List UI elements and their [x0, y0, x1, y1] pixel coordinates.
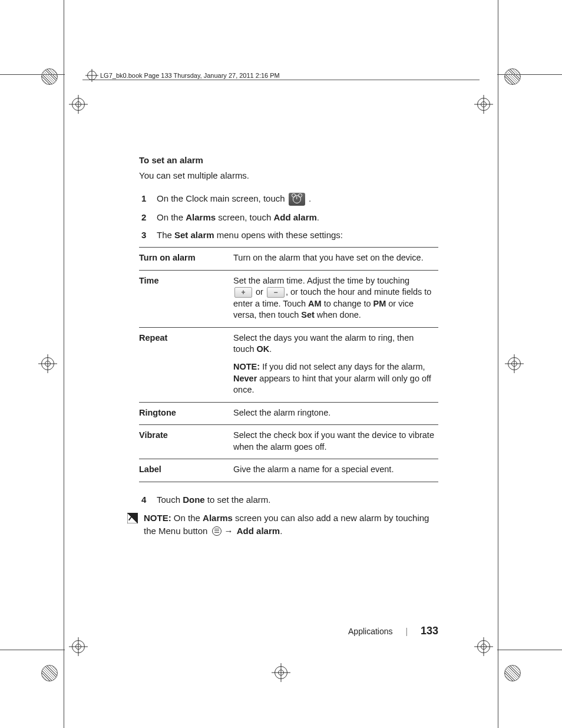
note-text: NOTE: On the Alarms screen you can also … [144, 512, 438, 538]
step-4-done: Done [183, 495, 205, 505]
step-1-text-a: On the Clock main screen, touch [157, 193, 287, 203]
steps-list: On the Clock main screen, touch . On the… [139, 193, 438, 242]
plus-icon: + [234, 287, 252, 298]
arrow-icon: → [224, 526, 236, 536]
row-label: Label [139, 459, 233, 482]
step-2: On the Alarms screen, touch Add alarm. [139, 212, 438, 223]
settings-table: Turn on alarm Turn on the alarm that you… [139, 247, 438, 482]
registration-mark-icon [87, 71, 97, 80]
time-or: or [253, 287, 266, 297]
step-2-c: screen, touch [216, 212, 273, 222]
step-4-c: to set the alarm. [205, 495, 271, 505]
row-label: Time [139, 270, 233, 327]
footer-section: Applications [348, 627, 393, 636]
step-3: The Set alarm menu opens with these sett… [139, 229, 438, 241]
note-lead: NOTE: [144, 513, 171, 523]
table-row: Vibrate Select the check box if you want… [139, 425, 438, 459]
step-2-e: . [317, 212, 319, 222]
step-1: On the Clock main screen, touch . [139, 193, 438, 206]
time-h: when done. [315, 310, 361, 319]
row-body: Select the days you want the alarm to ri… [233, 327, 438, 402]
section-heading: To set an alarm [139, 154, 438, 166]
step-3-c: menu opens with these settings: [214, 230, 343, 240]
step-3-b: Set alarm [174, 230, 214, 240]
time-set: Set [301, 310, 315, 319]
alarm-clock-icon [289, 193, 305, 206]
time-line1: Set the alarm time. Adjust the time by t… [233, 276, 409, 285]
step-2-b: Alarms [186, 212, 216, 222]
note-a: On the [171, 513, 203, 523]
page-note: NOTE: On the Alarms screen you can also … [127, 512, 438, 538]
row-body: Select the check box if you want the dev… [233, 425, 438, 459]
repeat-ok: OK [257, 344, 270, 354]
row-label: Repeat [139, 327, 233, 402]
menu-button-icon [212, 526, 222, 536]
repeat-note-lead: NOTE: [233, 362, 260, 371]
steps-list-cont: Touch Done to set the alarm. [139, 494, 438, 506]
table-row: Repeat Select the days you want the alar… [139, 327, 438, 402]
table-row: Label Give the alarm a name for a specia… [139, 459, 438, 482]
row-label: Vibrate [139, 425, 233, 459]
time-pm: PM [373, 299, 386, 308]
note-icon [127, 513, 138, 523]
footer-separator: | [405, 627, 408, 636]
step-1-text-b: . [309, 193, 311, 203]
row-label: Ringtone [139, 402, 233, 425]
step-2-a: On the [157, 212, 186, 222]
minus-icon: − [267, 287, 285, 298]
page-content: To set an alarm You can set multiple ala… [139, 154, 438, 538]
step-4-a: Touch [157, 495, 183, 505]
table-row: Turn on alarm Turn on the alarm that you… [139, 248, 438, 271]
row-body: Select the alarm ringtone. [233, 402, 438, 425]
note-alarms: Alarms [203, 513, 233, 523]
note-f: . [280, 526, 282, 536]
repeat-note-d: appears to hint that your alarm will onl… [233, 374, 431, 395]
time-d: to change to [322, 299, 373, 308]
step-3-a: The [157, 230, 174, 240]
row-body: Set the alarm time. Adjust the time by t… [233, 270, 438, 327]
page-footer: Applications | 133 [139, 624, 438, 638]
step-4: Touch Done to set the alarm. [139, 494, 438, 506]
note-add-alarm: Add alarm [237, 526, 280, 536]
repeat-c: . [269, 344, 272, 354]
repeat-never: Never [233, 374, 257, 383]
header-text: LG7_bk0.book Page 133 Thursday, January … [100, 71, 280, 80]
step-2-d: Add alarm [273, 212, 316, 222]
row-body: Turn on the alarm that you have set on t… [233, 248, 438, 271]
pdf-header-line: LG7_bk0.book Page 133 Thursday, January … [87, 71, 280, 80]
intro-text: You can set multiple alarms. [139, 170, 438, 182]
time-am: AM [308, 299, 322, 308]
table-row: Ringtone Select the alarm ringtone. [139, 402, 438, 425]
repeat-note-b: If you did not select any days for the a… [260, 362, 425, 371]
footer-page-number: 133 [421, 625, 438, 637]
row-label: Turn on alarm [139, 248, 233, 271]
row-body: Give the alarm a name for a special even… [233, 459, 438, 482]
table-row: Time Set the alarm time. Adjust the time… [139, 270, 438, 327]
